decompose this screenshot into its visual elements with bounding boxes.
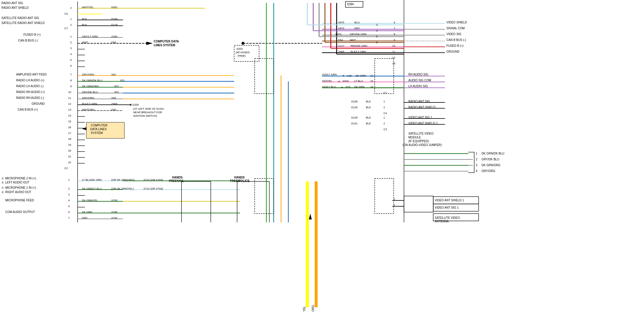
svg-text:7: 7: [68, 217, 70, 219]
svg-text:Z909: Z909: [338, 50, 344, 53]
svg-text:X19: X19: [345, 85, 350, 88]
svg-text:6: 6: [376, 41, 378, 44]
svg-text:MODULE: MODULE: [408, 136, 421, 139]
svg-text:X974: X974: [335, 33, 341, 36]
svg-text:21: 21: [68, 155, 71, 158]
svg-text:VIDEO SIG: VIDEO SIG: [446, 32, 461, 36]
svg-text:CAN B BUS (-): CAN B BUS (-): [446, 38, 466, 42]
svg-text:11: 11: [392, 50, 395, 53]
svg-text:2: 2: [70, 41, 72, 44]
svg-text:13: 13: [68, 108, 71, 111]
svg-text:D54: D54: [111, 41, 116, 44]
svg-text:BLK: BLK: [366, 106, 371, 109]
svg-text:18: 18: [68, 138, 71, 140]
svg-text:2: 2: [70, 6, 72, 9]
svg-text:SATELLITE RADIO ANT SIG: SATELLITE RADIO ANT SIG: [1, 16, 39, 20]
svg-text:A117: A117: [338, 44, 344, 47]
svg-text:HANDS: HANDS: [234, 176, 245, 179]
svg-text:BLK: BLK: [82, 23, 87, 26]
svg-text:D931: D931: [111, 6, 118, 9]
svg-text:BLK/LT GRN: BLK/LT GRN: [82, 102, 97, 105]
svg-text:RED/DK GRN: RED/DK GRN: [351, 44, 367, 47]
svg-text:G200: G200: [132, 103, 139, 106]
svg-text:14: 14: [68, 114, 71, 117]
svg-text:②: ②: [1, 181, 4, 184]
svg-text:1: 1: [68, 178, 70, 181]
svg-text:DK GRN: DK GRN: [354, 85, 364, 88]
svg-text:D126: D126: [351, 106, 358, 109]
svg-text:VIO/YEL: VIO/YEL: [322, 80, 332, 83]
svg-text:②: ②: [1, 191, 4, 194]
svg-text:C3: C3: [383, 128, 387, 131]
svg-text:SATELLITE VIDEO: SATELLITE VIDEO: [408, 132, 434, 135]
svg-text:3: 3: [70, 47, 72, 50]
svg-text:MICROPHONE FEED: MICROPHONE FEED: [5, 199, 34, 202]
svg-text:X975: X975: [338, 21, 344, 24]
svg-text:GROUND: GROUND: [446, 50, 459, 53]
svg-text:3: 3: [68, 193, 70, 196]
svg-text:GRY: GRY: [82, 217, 88, 219]
svg-text:GRY/ORG: GRY/ORG: [82, 73, 94, 76]
svg-text:RADIO ANT SIG: RADIO ANT SIG: [1, 1, 23, 5]
svg-text:SYSTEM: SYSTEM: [91, 131, 103, 135]
svg-text:LT BLU/DK GRN: LT BLU/DK GRN: [82, 178, 102, 181]
svg-text:S394: S394: [347, 3, 354, 6]
svg-text:VIO/LT GRN: VIO/LT GRN: [322, 73, 337, 76]
svg-text:NCA: NCA: [354, 21, 360, 24]
svg-text:7: 7: [70, 73, 72, 76]
svg-text:X62: X62: [111, 73, 116, 76]
svg-text:X792: X792: [111, 217, 117, 219]
svg-text:C7: C7: [64, 27, 68, 30]
svg-text:22: 22: [68, 161, 71, 164]
svg-text:VIDEO ANT SHIELD 1: VIDEO ANT SHIELD 1: [408, 122, 438, 125]
svg-text:DK GRN/ORG: DK GRN/ORG: [482, 164, 501, 167]
svg-text:GRY: GRY: [354, 27, 360, 30]
svg-text:20: 20: [68, 149, 71, 152]
svg-text:X51: X51: [120, 79, 125, 82]
svg-text:GRY/DK BLU: GRY/DK BLU: [482, 158, 499, 161]
svg-text:RADIO ANT SHIELD: RADIO ANT SHIELD: [408, 106, 436, 109]
svg-text:BLK: BLK: [366, 100, 371, 103]
svg-rect-0: [0, 0, 644, 316]
svg-text:X712 (OR X704): X712 (OR X704): [143, 187, 163, 190]
svg-text:FUSED B (+): FUSED B (+): [23, 33, 41, 36]
svg-text:CAN B BUS (-): CAN B BUS (-): [18, 39, 38, 42]
svg-text:C4: C4: [64, 12, 68, 15]
svg-text:VIO/LT BLU: VIO/LT BLU: [322, 85, 336, 88]
svg-text:BLK/LT GRN: BLK/LT GRN: [351, 50, 366, 53]
svg-text:15: 15: [68, 120, 71, 123]
svg-text:NEAR BREAKOUT FOR: NEAR BREAKOUT FOR: [133, 111, 162, 114]
svg-text:WHT/ORG: WHT/ORG: [82, 108, 95, 111]
svg-text:4: 4: [376, 29, 378, 32]
svg-text:FREE): FREE): [238, 54, 246, 57]
svg-text:D106: D106: [111, 18, 118, 20]
svg-text:LH AUDIO SIG: LH AUDIO SIG: [408, 85, 428, 88]
svg-text:GRY/DK BLU: GRY/DK BLU: [82, 91, 98, 94]
svg-text:VIDEO ANT SIG 1: VIDEO ANT SIG 1: [435, 206, 459, 209]
svg-text:4: 4: [68, 199, 70, 202]
svg-text:YEL: YEL: [303, 306, 306, 312]
svg-text:10: 10: [68, 91, 71, 94]
svg-text:2: 2: [476, 158, 477, 161]
svg-text:X973: X973: [338, 27, 344, 30]
svg-text:DK GRN: DK GRN: [356, 74, 366, 77]
svg-text:A300: A300: [111, 35, 117, 38]
svg-text:RIGHT AUDIO OUT: RIGHT AUDIO OUT: [5, 190, 31, 194]
svg-text:BLK: BLK: [366, 122, 371, 125]
svg-text:LT BLU: LT BLU: [354, 80, 363, 83]
svg-text:16: 16: [370, 85, 373, 88]
svg-text:DATA LINES: DATA LINES: [90, 128, 107, 131]
svg-text:RADIO RH AUDIO (-): RADIO RH AUDIO (-): [16, 96, 44, 99]
svg-text:Z909: Z909: [111, 102, 117, 105]
svg-text:X722 (OR X703): X722 (OR X703): [143, 178, 163, 181]
svg-text:4: 4: [70, 53, 72, 56]
svg-text:RADIO ANT SHIELD: RADIO ANT SHIELD: [1, 6, 29, 9]
svg-text:BLK: BLK: [366, 116, 371, 119]
svg-text:IGNITION SWITCH): IGNITION SWITCH): [133, 114, 157, 117]
svg-text:DK GRN/DK BLU: DK GRN/DK BLU: [82, 79, 102, 82]
svg-text:DK GRN/YEL: DK GRN/YEL: [82, 199, 98, 202]
svg-text:X795: X795: [111, 211, 117, 214]
svg-text:8: 8: [394, 33, 395, 36]
svg-text:DK GRN/LT BLU: DK GRN/LT BLU: [82, 187, 102, 190]
svg-text:X57: X57: [114, 85, 119, 88]
